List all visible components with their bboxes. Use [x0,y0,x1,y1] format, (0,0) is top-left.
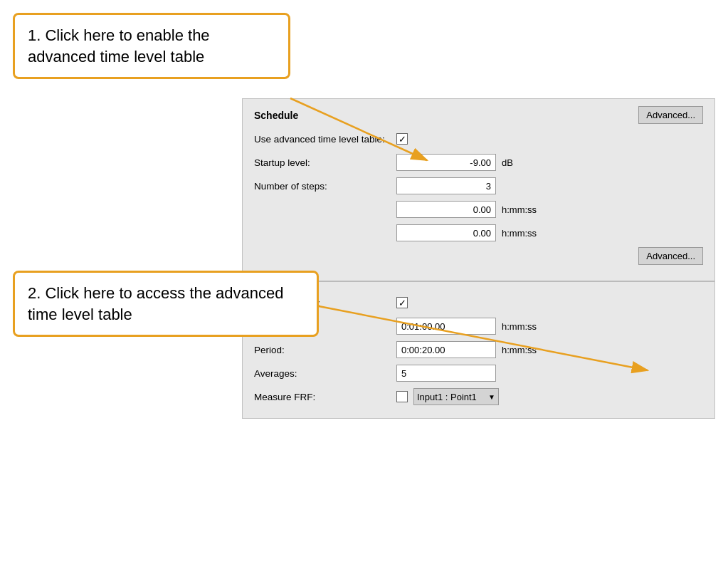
checkbox-measure-frf[interactable] [396,391,408,402]
input-initial-offset[interactable] [396,318,496,335]
form-row-measurements: Measurements: ✓ [254,293,703,312]
chevron-down-icon: ▼ [488,393,495,401]
label-steps: Number of steps: [254,181,396,192]
unit-time1: h:mm:ss [502,204,537,215]
callout-2: 2. Click here to access the advanced tim… [13,271,319,337]
label-averages: Averages: [254,368,396,379]
callout-1-text: 1. Click here to enable the advanced tim… [28,26,210,66]
unit-period: h:mm:ss [502,345,537,355]
main-panel: Schedule Advanced... Use advanced time l… [242,98,715,419]
advanced-button-2[interactable]: Advanced... [638,247,703,265]
input-period[interactable] [396,341,496,358]
page-container: 1. Click here to enable the advanced tim… [0,0,728,574]
form-row-averages: Averages: [254,364,703,382]
callout-1: 1. Click here to enable the advanced tim… [13,13,290,79]
input-time1[interactable] [396,201,496,218]
input-num-steps[interactable] [396,177,496,194]
label-measure-frf: Measure FRF: [254,392,396,402]
form-row-time1: h:mm:ss [254,200,703,219]
input-startup-level[interactable] [396,154,496,171]
advanced-btn-row-2: Advanced... [254,247,703,265]
label-period: Period: [254,345,396,355]
checkbox-container-measurements: ✓ [396,297,408,308]
unit-time2: h:mm:ss [502,228,537,239]
form-row-initial-offset: Initial offset: h:mm:ss [254,317,703,335]
input-averages[interactable] [396,365,496,382]
label-startup: Startup level: [254,157,396,168]
form-row-steps: Number of steps: [254,177,703,195]
form-row-measure-frf: Measure FRF: Input1 : Point1 ▼ [254,387,703,406]
input-time2[interactable] [396,224,496,241]
schedule-header: Schedule Advanced... [254,106,703,124]
form-row-period: Period: h:mm:ss [254,340,703,359]
unit-initial-offset: h:mm:ss [502,321,537,332]
schedule-title: Schedule [254,110,298,121]
checkbox-measurements[interactable]: ✓ [396,297,408,308]
select-frf-input[interactable]: Input1 : Point1 ▼ [413,388,499,405]
form-row-startup: Startup level: dB [254,153,703,172]
unit-startup: dB [502,157,513,168]
form-row-advanced-table: Use advanced time level table: ✓ [254,130,703,148]
form-row-time2: h:mm:ss [254,224,703,242]
callout-2-text: 2. Click here to access the advanced tim… [28,284,284,323]
advanced-button-1[interactable]: Advanced... [638,106,703,124]
checkbox-advanced-table[interactable]: ✓ [396,133,408,145]
checkbox-container-advanced: ✓ [396,133,408,145]
select-frf-value: Input1 : Point1 [417,392,477,402]
label-advanced-table: Use advanced time level table: [254,134,396,145]
schedule-section: Schedule Advanced... Use advanced time l… [243,99,714,276]
